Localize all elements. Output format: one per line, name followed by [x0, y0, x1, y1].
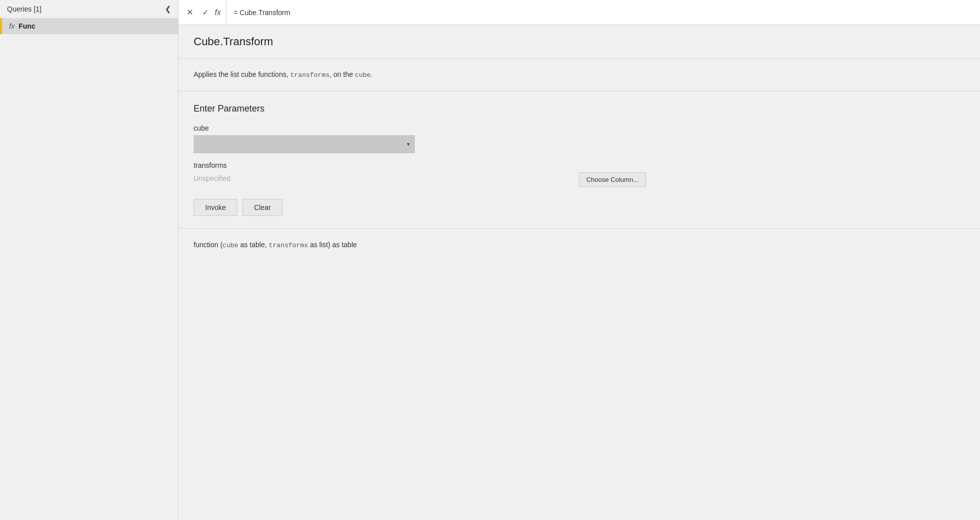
sidebar-title: Queries [1] — [7, 5, 41, 13]
content-area: Cube.Transform Applies the list cube fun… — [179, 25, 980, 520]
desc-transforms-code: transforms — [290, 71, 329, 79]
function-title-section: Cube.Transform — [179, 25, 980, 59]
action-buttons: Invoke Clear — [194, 199, 965, 216]
invoke-button[interactable]: Invoke — [194, 199, 237, 216]
formula-cancel-button[interactable]: ✕ — [184, 6, 196, 19]
desc-prefix: Applies the list cube functions, — [194, 70, 290, 78]
formula-confirm-button[interactable]: ✓ — [199, 6, 212, 19]
param-cube-dropdown-wrapper — [194, 135, 415, 153]
sidebar: Queries [1] ❮ fx Func — [0, 0, 179, 520]
formula-input[interactable]: = Cube.Transform — [226, 9, 980, 17]
main-panel: ✕ ✓ fx = Cube.Transform Cube.Transform A… — [179, 0, 980, 520]
param-transforms-unspecified: Unspecified — [194, 174, 230, 182]
desc-middle: , on the — [329, 70, 355, 78]
description-text: Applies the list cube functions, transfo… — [194, 69, 965, 81]
sig-plain-3: as list) as table — [308, 241, 357, 249]
parameters-section: Enter Parameters cube transforms Un — [179, 91, 980, 229]
desc-cube-code: cube — [355, 71, 371, 79]
param-transforms-label: transforms — [194, 161, 965, 169]
sidebar-item-fx-icon: fx — [9, 22, 15, 30]
collapse-icon[interactable]: ❮ — [165, 5, 171, 13]
sidebar-header: Queries [1] ❮ — [0, 0, 178, 18]
param-cube-label: cube — [194, 124, 965, 132]
param-cube-dropdown[interactable] — [194, 135, 415, 153]
signature-section: function (cube as table, transforms as l… — [179, 229, 980, 261]
sig-transforms-code: transforms — [269, 242, 308, 249]
formula-bar-buttons: ✕ ✓ fx — [179, 0, 226, 25]
sidebar-item-func[interactable]: fx Func — [0, 18, 178, 34]
formula-value: = Cube.Transform — [233, 9, 290, 17]
formula-fx-icon: fx — [215, 8, 221, 17]
sig-cube-code: cube — [223, 242, 238, 249]
sidebar-item-func-label: Func — [19, 22, 35, 30]
description-section: Applies the list cube functions, transfo… — [179, 59, 980, 91]
clear-button[interactable]: Clear — [242, 199, 282, 216]
parameters-title: Enter Parameters — [194, 103, 965, 114]
formula-bar: ✕ ✓ fx = Cube.Transform — [179, 0, 980, 25]
sig-plain-2: as table, — [238, 241, 269, 249]
param-transforms-row: Unspecified Choose Column... — [194, 172, 646, 187]
param-cube-group: cube — [194, 124, 965, 153]
signature-text: function (cube as table, transforms as l… — [194, 241, 965, 249]
param-transforms-group: transforms Unspecified Choose Column... — [194, 161, 965, 187]
sig-plain-1: function ( — [194, 241, 223, 249]
choose-column-button[interactable]: Choose Column... — [579, 172, 646, 187]
function-title: Cube.Transform — [194, 35, 965, 48]
desc-suffix: . — [371, 70, 373, 78]
